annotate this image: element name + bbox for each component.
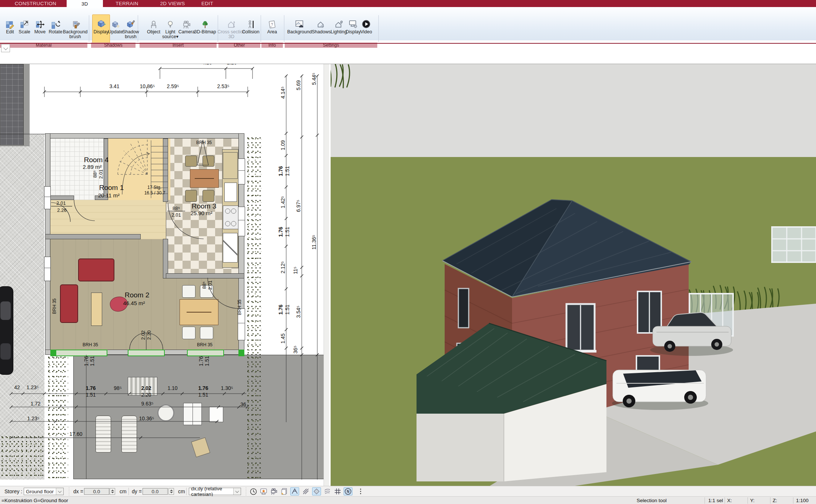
tab-terrain[interactable]: TERRAIN (111, 0, 143, 7)
car-suv (612, 370, 708, 410)
group-divider (378, 15, 379, 42)
plan-neighbour-roof (0, 64, 24, 145)
active-tool-status: Selection tool (600, 497, 703, 504)
dim-label: 42 (14, 384, 20, 390)
settings-background-button[interactable]: Background (284, 15, 315, 34)
room1-name: Room 1 (99, 184, 124, 192)
dim-label: 1.76 (198, 385, 208, 391)
room3-name: Room 3 (192, 202, 217, 210)
angle-snap-icon[interactable] (290, 487, 299, 495)
plan-hedge-left (47, 355, 68, 480)
north-icon[interactable]: N (344, 487, 352, 495)
dim-label: 10.86⁵ (140, 83, 155, 89)
edit-button[interactable]: Edit (2, 15, 18, 34)
pages-icon[interactable] (280, 487, 289, 495)
dim-label: 1.26 (227, 64, 237, 66)
house-shadow-icon (312, 15, 330, 30)
plan-hedge-right (246, 136, 261, 355)
coordinate-mode-select[interactable]: dx,dy (relative cartesian) (189, 488, 241, 495)
video-play-icon (358, 15, 374, 30)
room1-area: 20.11 m² (98, 192, 120, 198)
scale-status: 1:100 (796, 497, 809, 504)
hatching-icon[interactable] (301, 487, 310, 495)
stairs-count: 17 Stg. (147, 185, 161, 190)
dy-stepper[interactable] (168, 488, 174, 495)
selection-status: 1:1 sel (708, 497, 723, 504)
settings-shadows-button[interactable]: Shadows (312, 15, 330, 34)
dim-label: 1.51 (198, 392, 208, 398)
dim-label: 1.23⁵ (27, 415, 39, 421)
group-divider (261, 15, 261, 42)
dim-label: 4.14⁵ (280, 86, 286, 99)
tab-3d[interactable]: 3D (67, 0, 103, 8)
kitchen-sink (224, 183, 237, 202)
brh-label: BRH 35 (237, 300, 242, 315)
scale-button[interactable]: Scale (16, 15, 33, 34)
camera-icon[interactable] (270, 487, 278, 495)
plan-hedge-corner (0, 434, 44, 480)
plan-toolbar-collapse-button[interactable] (1, 44, 10, 52)
shadow-brush-button[interactable]: Shadow brush (119, 15, 142, 39)
dy-unit: cm (178, 486, 185, 497)
viewport-3d[interactable] (331, 64, 816, 486)
move-icon (32, 15, 48, 30)
wall-room1-room2 (45, 234, 141, 239)
dim-label: 5.69 (295, 80, 301, 90)
dim-label: 4.16 (202, 64, 212, 66)
chair (185, 156, 197, 167)
status-line: =Konstruktion G=Ground floor Selection t… (0, 496, 816, 504)
tab-edit[interactable]: EDIT (196, 0, 218, 7)
patio-door (183, 403, 202, 425)
dim-label: 1.76 (278, 166, 284, 176)
background-brush-button[interactable]: Background brush (59, 15, 91, 39)
dim-label: 1.51 (284, 304, 290, 314)
door-dim: 2.26 (57, 207, 66, 213)
door-dim: 88⁵ (92, 170, 98, 178)
grid-icon[interactable] (333, 487, 342, 495)
plan-scrollbar[interactable] (324, 64, 329, 486)
door-dim: 88⁵ (201, 281, 207, 289)
ribbon-bottom-line (0, 43, 816, 44)
dx-input[interactable]: 0.0 (84, 488, 109, 495)
contours-icon[interactable] (323, 487, 332, 495)
collision-button[interactable]: Collision (241, 15, 260, 34)
layer-status: =Konstruktion G=Ground floor (1, 497, 68, 504)
sun-lounger-2 (121, 415, 137, 453)
room4-area: 2.89 m² (83, 164, 102, 170)
y-coordinate: Y: (750, 497, 755, 504)
background-scene-icon (284, 15, 315, 30)
chair (182, 327, 195, 339)
door-dim: 2.01 (98, 169, 104, 178)
3d-bitmap-button[interactable]: 3D-Bitmap (193, 15, 218, 34)
render-monitor-icon[interactable] (259, 487, 268, 495)
dim-label: 1.51 (86, 392, 96, 398)
brh-label: BRH 35 (197, 342, 213, 347)
snap-diamond-icon[interactable] (312, 487, 321, 495)
dim-label: 3.41 (109, 83, 119, 89)
dim-label: 1.23⁵ (26, 384, 39, 390)
door-dim: 2.01 (56, 200, 66, 206)
tree-icon (193, 15, 218, 30)
move-button[interactable]: Move (32, 15, 48, 34)
separator (186, 488, 187, 495)
wall-room3-room2 (166, 273, 244, 278)
storey-select[interactable]: Ground floor (24, 488, 64, 495)
video-button[interactable]: Video (358, 15, 374, 34)
dy-input[interactable]: 0.0 (143, 488, 168, 495)
chevron-down-icon (233, 488, 241, 495)
area-button[interactable]: ? Area (264, 15, 280, 34)
window-right-2 (238, 207, 245, 236)
clock-icon[interactable] (249, 487, 258, 495)
dim-label: 2.20 (141, 392, 151, 398)
ribbon-tab-bar: CONSTRUCTION 3D TERRAIN 2D VIEWS EDIT (0, 0, 816, 7)
dim-label: 2.02 (141, 385, 151, 391)
stairs-rise-run: 16.5 / 30.7 (144, 190, 165, 196)
chair (182, 285, 195, 298)
chair (185, 190, 197, 202)
chair (200, 327, 213, 339)
more-dots-icon[interactable] (356, 487, 365, 495)
plan-2d-viewport[interactable]: 4.16 1.26 3.41 10.86⁵ 2.59⁵ 2.53⁵ 4.14⁵ … (0, 64, 329, 486)
tab-2d-views[interactable]: 2D VIEWS (155, 0, 190, 7)
dx-stepper[interactable] (110, 488, 115, 495)
tab-construction[interactable]: CONSTRUCTION (13, 0, 58, 7)
